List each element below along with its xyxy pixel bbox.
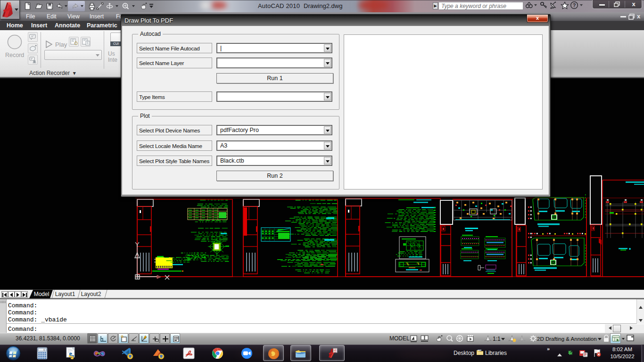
svg-text:0: 0 [43,348,45,351]
svg-text:10: 10 [334,351,337,353]
svg-text:Model: Model [34,291,50,297]
svg-text:Layout2: Layout2 [81,291,101,297]
svg-text:?: ? [573,2,576,8]
svg-text:Layout1: Layout1 [55,291,75,297]
